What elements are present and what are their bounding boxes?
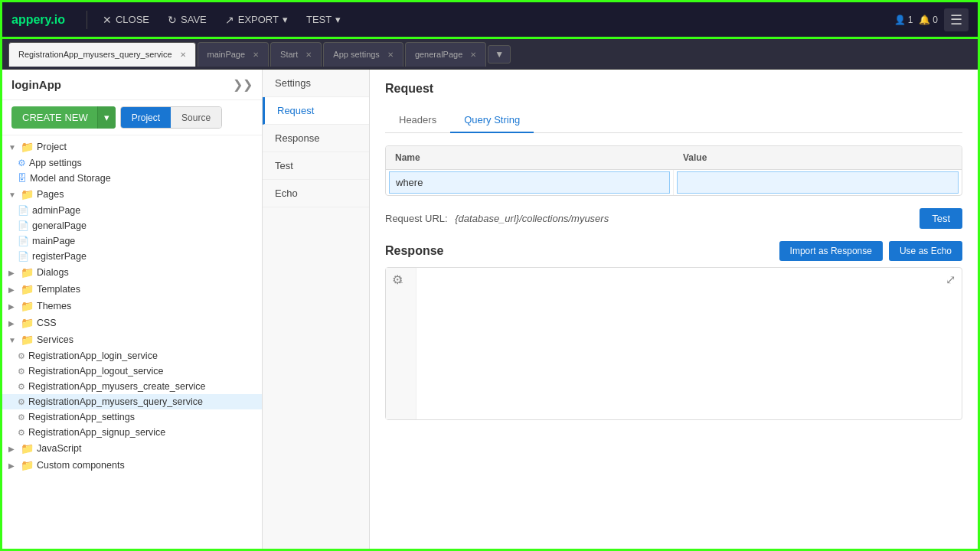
- user-counter: 👤 1: [894, 15, 913, 25]
- tree-item-app-settings[interactable]: ⚙ App settings: [2, 155, 262, 171]
- expand-project-icon: ▼: [8, 143, 18, 152]
- export-icon: ↗: [225, 14, 234, 26]
- sidebar-header: loginApp ❯❯: [2, 70, 262, 100]
- tab-close-icon[interactable]: ✕: [180, 51, 186, 59]
- tab-generalpage-close-icon[interactable]: ✕: [470, 51, 476, 59]
- param-name-cell-0: [386, 170, 674, 195]
- expand-js-icon: ▶: [8, 445, 18, 453]
- login-service-icon: ⚙: [18, 351, 25, 361]
- tab-query-string[interactable]: Query String: [450, 108, 534, 133]
- templates-folder-icon: 📁: [21, 283, 34, 295]
- tab-start[interactable]: Start ✕: [270, 42, 322, 67]
- tree-item-login-service[interactable]: ⚙ RegistrationApp_login_service: [2, 348, 262, 364]
- register-page-icon: 📄: [18, 251, 29, 262]
- tree-item-settings-service[interactable]: ⚙ RegistrationApp_settings: [2, 409, 262, 425]
- view-project-button[interactable]: Project: [121, 107, 171, 128]
- tree-item-javascript[interactable]: ▶ 📁 JavaScript: [2, 440, 262, 457]
- service-nav-request[interactable]: Request: [263, 97, 369, 125]
- param-table: Name Value: [385, 145, 962, 196]
- main-layout: loginApp ❯❯ CREATE NEW ▾ Project Source: [2, 70, 978, 551]
- param-value-input-0[interactable]: [677, 171, 959, 194]
- tree-item-register-page[interactable]: 📄 registerPage: [2, 249, 262, 264]
- param-value-cell-0: [674, 170, 962, 195]
- dialogs-folder-icon: 📁: [21, 266, 34, 279]
- import-response-button[interactable]: Import as Response: [779, 241, 883, 261]
- use-as-echo-button[interactable]: Use as Echo: [889, 241, 962, 261]
- tree-item-create-service[interactable]: ⚙ RegistrationApp_myusers_create_service: [2, 379, 262, 394]
- tab-appsettings-close-icon[interactable]: ✕: [387, 51, 394, 59]
- service-nav-settings[interactable]: Settings: [263, 70, 369, 97]
- tree-item-themes[interactable]: ▶ 📁 Themes: [2, 298, 262, 315]
- tab-app-settings[interactable]: App settings ✕: [323, 42, 403, 67]
- tree-item-css[interactable]: ▶ 📁 CSS: [2, 315, 262, 331]
- save-button[interactable]: ↻ SAVE: [162, 11, 213, 29]
- tree-item-services[interactable]: ▼ 📁 Services: [2, 331, 262, 348]
- tree-item-query-service[interactable]: ⚙ RegistrationApp_myusers_query_service: [2, 394, 262, 409]
- close-icon: ✕: [103, 14, 112, 26]
- tree-item-main-page[interactable]: 📄 mainPage: [2, 233, 262, 249]
- menu-icon: ☰: [950, 12, 962, 28]
- response-header: Response Import as Response Use as Echo: [385, 241, 962, 261]
- response-title: Response: [385, 244, 443, 258]
- tree-item-logout-service[interactable]: ⚙ RegistrationApp_logout_service: [2, 364, 262, 379]
- settings-service-icon: ⚙: [18, 412, 25, 422]
- col-value-header: Value: [674, 146, 962, 169]
- close-button[interactable]: ✕ CLOSE: [96, 11, 155, 29]
- view-source-button[interactable]: Source: [171, 107, 221, 128]
- test-button[interactable]: TEST ▾: [300, 11, 347, 28]
- tree-item-model-storage[interactable]: 🗄 Model and Storage: [2, 171, 262, 186]
- export-button[interactable]: ↗ EXPORT ▾: [219, 11, 294, 29]
- sidebar-title: loginApp: [11, 78, 61, 91]
- test-request-button[interactable]: Test: [920, 208, 962, 229]
- tree-item-pages[interactable]: ▼ 📁 Pages: [2, 186, 262, 203]
- create-new-arrow[interactable]: ▾: [97, 106, 116, 129]
- editor-gutter: 1: [386, 268, 416, 419]
- editor-expand-icon[interactable]: ⤢: [946, 272, 956, 287]
- request-url-text: Request URL: {database_url}/collections/…: [385, 213, 609, 224]
- expand-pages-icon: ▼: [8, 191, 18, 199]
- tree-item-project[interactable]: ▼ 📁 Project: [2, 139, 262, 155]
- response-actions: Import as Response Use as Echo: [779, 241, 962, 261]
- sidebar: loginApp ❯❯ CREATE NEW ▾ Project Source: [2, 70, 263, 551]
- tab-start-close-icon[interactable]: ✕: [305, 51, 312, 59]
- tree-item-signup-service[interactable]: ⚙ RegistrationApp_signup_service: [2, 425, 262, 440]
- tab-main-page[interactable]: mainPage ✕: [198, 42, 270, 67]
- tab-mainpage-close-icon[interactable]: ✕: [253, 51, 259, 59]
- editor-content[interactable]: [416, 268, 962, 419]
- topbar: appery.io ✕ CLOSE ↻ SAVE ↗ EXPORT ▾ TEST…: [2, 2, 978, 39]
- tab-headers[interactable]: Headers: [385, 108, 450, 133]
- sidebar-actions: CREATE NEW ▾ Project Source: [2, 100, 262, 135]
- service-nav-echo[interactable]: Echo: [263, 180, 369, 207]
- param-table-header: Name Value: [386, 146, 962, 170]
- tree-item-templates[interactable]: ▶ 📁 Templates: [2, 281, 262, 298]
- app-logo: appery.io: [11, 13, 65, 27]
- logout-service-icon: ⚙: [18, 367, 25, 377]
- request-inner-tabs: Headers Query String: [385, 108, 962, 133]
- topbar-right: 👤 1 🔔 0 ☰: [894, 8, 969, 31]
- editor-settings-icon[interactable]: ⚙: [392, 273, 403, 286]
- tree-item-general-page[interactable]: 📄 generalPage: [2, 218, 262, 233]
- service-nav-test[interactable]: Test: [263, 152, 369, 180]
- admin-page-icon: 📄: [18, 205, 29, 216]
- expand-css-icon: ▶: [8, 319, 18, 328]
- menu-button[interactable]: ☰: [944, 8, 969, 31]
- sidebar-collapse-button[interactable]: ❯❯: [233, 77, 253, 92]
- tree-item-custom-components[interactable]: ▶ 📁 Custom components: [2, 457, 262, 474]
- tab-registration-query[interactable]: RegistrationApp_myusers_query_service ✕: [8, 42, 196, 67]
- topbar-separator-1: [87, 11, 87, 29]
- tree-item-dialogs[interactable]: ▶ 📁 Dialogs: [2, 264, 262, 281]
- service-nav-response[interactable]: Response: [263, 125, 369, 152]
- tree-item-admin-page[interactable]: 📄 adminPage: [2, 203, 262, 218]
- param-row-0: [386, 170, 962, 195]
- param-name-input-0[interactable]: [389, 171, 670, 194]
- model-storage-icon: 🗄: [18, 173, 27, 184]
- expand-themes-icon: ▶: [8, 302, 18, 311]
- content-area: Request Headers Query String Name Value: [370, 70, 978, 551]
- sidebar-tree: ▼ 📁 Project ⚙ App settings 🗄 Model and S…: [2, 135, 262, 551]
- col-name-header: Name: [386, 146, 674, 169]
- tab-general-page[interactable]: generalPage ✕: [405, 42, 486, 67]
- export-dropdown-icon: ▾: [283, 14, 288, 25]
- service-panel: Settings Request Response Test Echo: [263, 70, 370, 551]
- create-new-button[interactable]: CREATE NEW ▾: [11, 106, 116, 129]
- tab-more-button[interactable]: ▼: [488, 45, 511, 64]
